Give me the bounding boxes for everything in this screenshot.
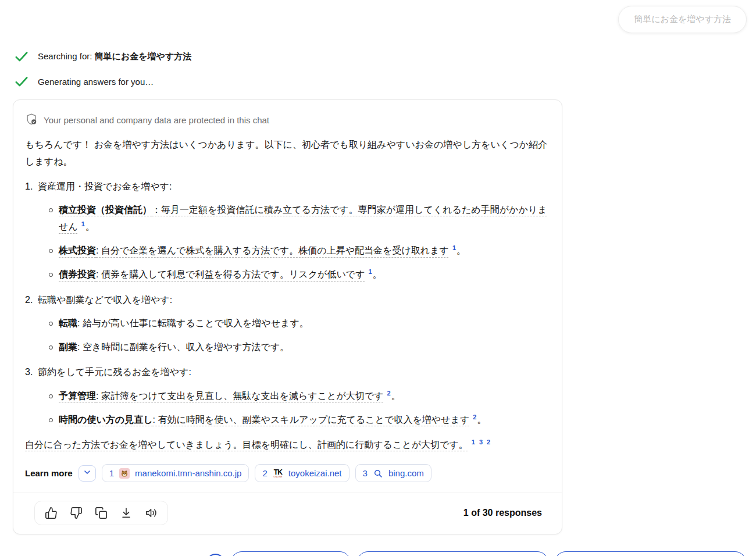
suggestion-pills: 投資信託とは何ですか?どのように予算管理をすればいいですか?副業でお金を稼ぐため… [231, 551, 746, 556]
suggestions-row: ? 投資信託とは何ですか?どのように予算管理をすればいいですか?副業でお金を稼ぐ… [0, 551, 746, 556]
card-footer: 1 of 30 responses [25, 493, 550, 534]
answer-section: 1.資産運用・投資でお金を増やす:積立投資（投資信託）：毎月一定額を投資信託に積… [25, 179, 550, 284]
search-query: 簡単にお金を増やす方法 [95, 51, 192, 61]
shield-check-icon [25, 113, 38, 127]
search-icon [373, 468, 383, 479]
citation-ref[interactable]: 1 [472, 439, 475, 445]
answer-section: 2.転職や副業などで収入を増やす:転職: 給与が高い仕事に転職することで収入を増… [25, 292, 550, 356]
item-term: 時間の使い方の見直し [59, 415, 153, 425]
item-tail: 。 [457, 246, 466, 256]
copy-button[interactable] [95, 507, 108, 519]
item-text: 予算管理: 家計簿をつけて支出を見直し、無駄な支出を減らすことが大切です [59, 391, 384, 401]
item-tail: 。 [373, 270, 382, 280]
citation-ref[interactable]: 3 [479, 439, 483, 445]
manekomi-favicon [119, 468, 130, 479]
privacy-text: Your personal and company data are prote… [44, 115, 269, 125]
section-title: 節約をして手元に残るお金を増やす: [38, 364, 191, 381]
help-bubble-icon[interactable]: ? [206, 554, 224, 556]
item-text: 積立投資（投資信託）：毎月一定額を投資信託に積み立てる方法です。専門家が運用して… [59, 205, 547, 231]
item-tail: 。 [477, 415, 486, 425]
citation-ref[interactable]: 2 [473, 414, 476, 420]
item-tail: 。 [85, 222, 95, 232]
section-number: 2. [25, 292, 38, 309]
citation-number: 3 [363, 468, 368, 478]
list-item: 予算管理: 家計簿をつけて支出を見直し、無駄な支出を減らすことが大切です2。 [59, 388, 550, 405]
read-aloud-button[interactable] [145, 507, 158, 519]
item-text: 時間の使い方の見直し: 有効に時間を使い、副業やスキルアップに充てることで収入を… [59, 415, 469, 425]
user-message-bubble: 簡単にお金を増やす方法 [618, 6, 747, 33]
citation-ref[interactable]: 1 [81, 220, 85, 227]
citation-number: 1 [109, 468, 114, 478]
answer-card: Your personal and company data are prote… [13, 99, 562, 534]
learn-more-row: Learn more 1manekomi.tmn-anshin.co.jp2TK… [25, 464, 550, 482]
section-row: 3.節約をして手元に残るお金を増やす: [25, 364, 550, 381]
status-generating-text: Generating answers for you… [38, 77, 154, 87]
privacy-notice: Your personal and company data are prote… [25, 113, 550, 127]
answer-outro: 自分に合った方法でお金を増やしていきましょう。目標を明確にし、計画的に行動するこ… [25, 437, 550, 454]
item-text: 債券投資: 債券を購入して利息で利益を得る方法です。リスクが低いです [59, 270, 365, 280]
suggestion-pill[interactable]: 投資信託とは何ですか? [231, 551, 351, 556]
item-text: 株式投資: 自分で企業を選んで株式を購入する方法です。株価の上昇や配当金を受け取… [59, 246, 449, 256]
list-item: 債券投資: 債券を購入して利息で利益を得る方法です。リスクが低いです1。 [59, 266, 550, 283]
citation-domain: toyokeizai.net [288, 468, 342, 478]
citation-ref[interactable]: 1 [452, 244, 456, 251]
check-icon [14, 74, 29, 89]
outro-text: 自分に合った方法でお金を増やしていきましょう。目標を明確にし、計画的に行動するこ… [25, 440, 468, 450]
citation-ref[interactable]: 2 [387, 390, 391, 397]
section-items: 積立投資（投資信託）：毎月一定額を投資信託に積み立てる方法です。専門家が運用して… [25, 202, 550, 283]
citation-number: 2 [262, 468, 267, 478]
answer-section: 3.節約をして手元に残るお金を増やす:予算管理: 家計簿をつけて支出を見直し、無… [25, 364, 550, 429]
thumbs-down-button[interactable] [70, 507, 83, 519]
answer-body: もちろんです！ お金を増やす方法はいくつかあります。以下に、初心者でも取り組みや… [25, 137, 550, 454]
toyokeizai-logo-bottom: ONLINE [273, 476, 282, 478]
section-items: 予算管理: 家計簿をつけて支出を見直し、無駄な支出を減らすことが大切です2。時間… [25, 388, 550, 429]
answer-list: 1.資産運用・投資でお金を増やす:積立投資（投資信託）：毎月一定額を投資信託に積… [25, 179, 550, 429]
section-title: 資産運用・投資でお金を増やす: [38, 179, 172, 195]
citation-chips: 1manekomi.tmn-anshin.co.jp2TKONLINEtoyok… [102, 464, 432, 482]
section-items: 転職: 給与が高い仕事に転職することで収入を増やせます。副業: 空き時間に副業を… [25, 315, 550, 356]
learn-more-label: Learn more [25, 468, 73, 478]
thumbs-up-button[interactable] [45, 507, 58, 519]
download-button[interactable] [120, 507, 133, 519]
section-row: 1.資産運用・投資でお金を増やす: [25, 179, 550, 195]
item-term: 積立投資（投資信託） [59, 205, 152, 215]
item-tail: 。 [391, 391, 401, 401]
item-text: 転職: 給与が高い仕事に転職することで収入を増やせます。 [59, 318, 309, 328]
list-item: 副業: 空き時間に副業を行い、収入を増やす方法です。 [59, 339, 550, 356]
list-item: 時間の使い方の見直し: 有効に時間を使い、副業やスキルアップに充てることで収入を… [59, 412, 550, 429]
status-generating: Generating answers for you… [14, 74, 756, 89]
citation-chip[interactable]: 3bing.com [355, 464, 432, 482]
answer-intro: もちろんです！ お金を増やす方法はいくつかあります。以下に、初心者でも取り組みや… [25, 137, 548, 170]
toyokeizai-logo-top: TK [274, 469, 282, 476]
responses-counter: 1 of 30 responses [463, 508, 542, 518]
toyokeizai-favicon: TKONLINE [273, 468, 283, 479]
item-text: 副業: 空き時間に副業を行い、収入を増やす方法です。 [59, 342, 289, 352]
citation-chip[interactable]: 1manekomi.tmn-anshin.co.jp [102, 464, 249, 482]
chevron-down-icon [83, 468, 92, 479]
item-term: 債券投資 [59, 270, 96, 280]
feedback-toolbar [34, 501, 168, 525]
status-searching: Searching for: 簡単にお金を増やす方法 [14, 49, 756, 64]
section-number: 1. [25, 179, 38, 195]
list-item: 転職: 給与が高い仕事に転職することで収入を増やせます。 [59, 315, 550, 332]
item-term: 転職 [59, 318, 77, 328]
status-searching-text: Searching for: 簡単にお金を増やす方法 [38, 51, 191, 62]
section-title: 転職や副業などで収入を増やす: [38, 292, 172, 309]
item-term: 株式投資 [59, 246, 96, 256]
citation-domain: bing.com [388, 468, 424, 478]
list-item: 積立投資（投資信託）：毎月一定額を投資信託に積み立てる方法です。専門家が運用して… [59, 202, 550, 236]
citation-ref[interactable]: 1 [369, 268, 372, 275]
section-row: 2.転職や副業などで収入を増やす: [25, 292, 550, 309]
citation-chip[interactable]: 2TKONLINEtoyokeizai.net [255, 464, 349, 482]
suggestion-pill[interactable]: 副業でお金を稼ぐために何ができますか? [555, 551, 746, 556]
list-item: 株式投資: 自分で企業を選んで株式を購入する方法です。株価の上昇や配当金を受け取… [59, 243, 550, 259]
learn-more-expand-button[interactable] [79, 465, 96, 482]
suggestion-pill[interactable]: どのように予算管理をすればいいですか? [357, 551, 548, 556]
citation-ref[interactable]: 2 [487, 439, 490, 445]
toyokeizai-logo: TKONLINE [273, 469, 282, 478]
check-icon [14, 49, 29, 64]
item-term: 副業 [59, 342, 77, 352]
item-term: 予算管理 [59, 391, 96, 401]
citation-domain: manekomi.tmn-anshin.co.jp [135, 468, 241, 478]
section-number: 3. [25, 364, 38, 381]
